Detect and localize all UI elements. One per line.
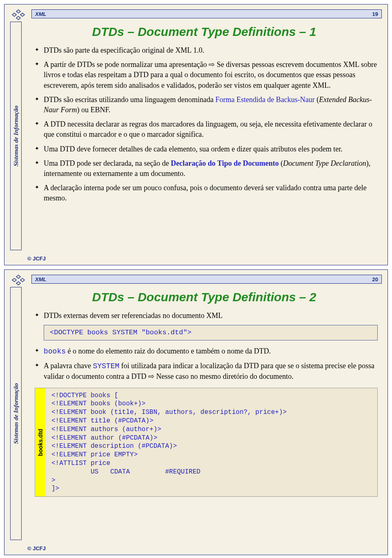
svg-marker-1	[12, 13, 16, 16]
svg-marker-0	[16, 10, 20, 13]
svg-marker-4	[16, 275, 20, 278]
code-inline: books	[44, 347, 66, 356]
link-text: Forma Estendida de Backus-Naur	[215, 96, 314, 104]
sidebar: Sistemas de Informação	[10, 22, 22, 250]
footer: © JCFJ	[27, 256, 46, 262]
sidebar-label: Sistemas de Informação	[13, 383, 20, 444]
code-body: <!DOCTYPE books [ <!ELEMENT books (book+…	[46, 388, 377, 497]
header-title: XML	[35, 11, 46, 17]
footer: © JCFJ	[27, 545, 46, 551]
svg-marker-2	[20, 13, 24, 16]
bullet-item: A partir de DTDs se pode normalizar uma …	[35, 60, 378, 91]
arrow-icon: ⇨	[148, 372, 154, 380]
svg-marker-7	[16, 282, 20, 285]
slide-content: DTDs são parte da especificação original…	[35, 45, 378, 203]
page-number: 19	[372, 11, 378, 17]
slide-title: DTDs – Document Type Definitions – 2	[29, 290, 379, 304]
page-number: 20	[372, 276, 378, 282]
slide-20: XML 20 Sistemas de Informação DTDs – Doc…	[4, 269, 388, 555]
code-label: books.dtd	[35, 388, 46, 497]
bullet-item: books é o nome do elemento raiz do docum…	[35, 346, 378, 357]
code-inline: SYSTEM	[93, 362, 119, 370]
slide-19: XML 19 Sistemas de Informação DTDs – Doc…	[4, 4, 388, 265]
slide-header: XML 20	[31, 275, 382, 284]
slide-header: XML 19	[31, 9, 382, 18]
logo-icon	[10, 274, 27, 286]
slide-content: DTDs externas devem ser referenciadas no…	[35, 311, 378, 497]
sidebar-label: Sistemas de Informação	[13, 105, 20, 166]
arrow-icon: ⇨	[209, 60, 215, 69]
svg-marker-3	[16, 16, 20, 20]
bullet-item: DTDs são parte da especificação original…	[35, 45, 378, 56]
code-label-text: books.dtd	[36, 429, 45, 456]
code-block-dtd: books.dtd <!DOCTYPE books [ <!ELEMENT bo…	[35, 388, 378, 497]
bullet-item: DTDs externas devem ser referenciadas no…	[35, 311, 378, 321]
bullet-item: Uma DTD pode ser declarada, na seção de …	[35, 158, 378, 179]
bullet-item: A DTD necessita declarar as regras dos m…	[35, 119, 378, 140]
emphasized-term: Declaração do Tipo de Documento	[171, 159, 278, 167]
logo-icon	[10, 9, 27, 21]
svg-marker-5	[12, 278, 16, 282]
bullet-item: DTDs são escritas utilizando uma linguag…	[35, 95, 378, 115]
sidebar: Sistemas de Informação	[10, 287, 22, 540]
svg-marker-6	[20, 278, 24, 282]
slide-title: DTDs – Document Type Definitions – 1	[29, 25, 379, 39]
bullet-item: A palavra chave SYSTEM foi utilizada par…	[35, 361, 378, 382]
header-title: XML	[35, 276, 46, 282]
bullet-item: A declaração interna pode ser um pouco c…	[35, 183, 378, 203]
code-block-doctype: <DOCTYPE books SYSTEM "books.dtd">	[44, 325, 378, 340]
bullet-item: Uma DTD deve fornecer detalhes de cada e…	[35, 144, 378, 154]
